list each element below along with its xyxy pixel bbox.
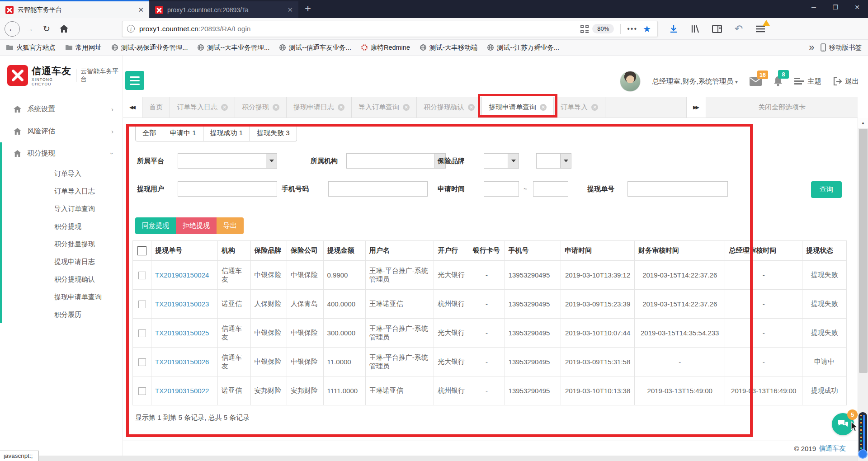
user-avatar[interactable] [620, 71, 641, 92]
close-all-tabs-button[interactable]: 关闭全部选项卡 [706, 97, 858, 118]
bookmark-item[interactable]: 康特Redmine [361, 43, 410, 52]
sidebar-item-collapsed[interactable]: 系统设置› [0, 98, 123, 120]
minimize-button[interactable]: ─ [803, 0, 825, 14]
sidebar-subitem[interactable]: 积分履历 [0, 306, 123, 323]
row-checkbox[interactable] [138, 358, 146, 366]
workspace-tab[interactable]: 积分提现✕ [235, 97, 287, 118]
status-filter-button-1[interactable]: 申请中 1 [163, 124, 203, 141]
app-logo[interactable]: 信通车友 XINTONG CHEYOU 云智能车务平台 [0, 56, 123, 86]
sidebar-subitem[interactable]: 提现申请日志 [0, 253, 123, 270]
workspace-tab-active[interactable]: 提现申请单查询✕ [482, 97, 554, 118]
tab-close-icon[interactable]: ✕ [338, 104, 344, 111]
approve-withdraw-button[interactable]: 同意提现 [135, 217, 176, 234]
phone-input[interactable] [328, 181, 428, 197]
tab-close-icon[interactable]: ✕ [403, 104, 410, 111]
app-menu-icon[interactable] [755, 23, 766, 35]
library-icon[interactable] [689, 23, 701, 35]
bookmark-item[interactable]: 测试--江苏万舜业务... [487, 43, 559, 52]
tab-close-icon[interactable]: ✕ [591, 104, 598, 111]
row-checkbox[interactable] [138, 329, 146, 337]
tab-close-icon[interactable]: ✕ [138, 6, 144, 14]
row-checkbox[interactable] [138, 387, 146, 395]
bookmark-item[interactable]: 测试-天丰移动端 [420, 43, 477, 52]
notifications-button[interactable]: 8 [774, 76, 783, 86]
sidebar-toggle-icon[interactable] [711, 23, 723, 35]
tab-close-icon[interactable]: ✕ [468, 104, 475, 111]
brand-select-2[interactable] [536, 153, 571, 169]
browser-tab-inactive[interactable]: proxy1.countnet.cn:20893/Ta ✕ [149, 1, 298, 18]
maximize-button[interactable]: ❐ [825, 0, 846, 14]
new-tab-button[interactable]: + [305, 2, 311, 15]
withdraw-no-link[interactable]: TX201903150022 [155, 387, 209, 395]
reject-withdraw-button[interactable]: 拒绝提现 [176, 217, 217, 234]
messages-button[interactable]: 16 [750, 77, 762, 86]
home-icon[interactable] [56, 21, 71, 37]
bookmark-item[interactable]: 常用网址 [66, 43, 102, 52]
scrollbar-up-arrow[interactable]: ▲ [858, 118, 868, 128]
zoom-level-badge[interactable]: 80% [592, 24, 614, 33]
sidebar-collapse-button[interactable] [125, 71, 144, 90]
workspace-tab[interactable]: 订单导入✕ [554, 97, 605, 118]
mobile-bookmarks-item[interactable]: 移动版书签 [821, 43, 862, 52]
page-actions-icon[interactable]: ••• [627, 25, 637, 33]
workspace-tab[interactable]: 积分提现确认✕ [417, 97, 482, 118]
logout-button[interactable]: 退出 [833, 77, 859, 86]
workspace-tab[interactable]: 首页 [142, 97, 170, 118]
qr-code-icon[interactable] [580, 25, 589, 33]
withdraw-no-link[interactable]: TX201903150025 [155, 329, 209, 337]
chevron-right-double-icon[interactable]: » [809, 42, 813, 53]
theme-button[interactable]: 主题 [794, 77, 821, 86]
vertical-scrollbar[interactable]: ▲ [858, 118, 868, 461]
bookmark-star-icon[interactable]: ★ [643, 24, 651, 34]
select-all-checkbox[interactable] [137, 246, 146, 255]
tab-close-icon[interactable]: ✕ [221, 104, 228, 111]
forward-icon[interactable]: → [22, 21, 37, 37]
withdraw-no-link[interactable]: TX201903150026 [155, 358, 209, 366]
undo-icon[interactable]: ↶ [733, 23, 745, 35]
withdraw-user-input[interactable] [178, 181, 277, 197]
status-filter-button-0[interactable]: 全部 [135, 124, 163, 141]
download-icon[interactable] [668, 23, 679, 35]
apply-time-end-input[interactable] [533, 181, 568, 197]
sidebar-subitem[interactable]: 订单导入日志 [0, 182, 123, 200]
status-filter-button-3[interactable]: 提现失败 3 [250, 124, 297, 141]
reload-icon[interactable]: ↻ [39, 21, 54, 37]
export-button[interactable]: 导出 [217, 217, 244, 234]
sidebar-item-collapsed[interactable]: 风险评估› [0, 120, 123, 142]
tabs-scroll-left-button[interactable]: ◀◀ [123, 97, 142, 118]
back-icon[interactable]: ← [5, 21, 20, 37]
sidebar-subitem[interactable]: 订单导入 [0, 165, 123, 182]
scrollbar-thumb[interactable] [859, 129, 868, 373]
sidebar-subitem[interactable]: 导入订单查询 [0, 200, 123, 217]
bookmark-item[interactable]: 火狐官方站点 [6, 43, 56, 52]
workspace-tab[interactable]: 订单导入日志✕ [170, 97, 235, 118]
sidebar-item-expanded[interactable]: 积分提现› [0, 142, 123, 165]
workspace-tab[interactable]: 导入订单查询✕ [352, 97, 417, 118]
url-bar[interactable]: i proxy1.countnet.cn:20893/RA/Login 80% … [122, 21, 658, 37]
sidebar-subitem[interactable]: 积分提现 [0, 217, 123, 235]
tab-close-icon[interactable]: ✕ [273, 104, 279, 111]
apply-time-start-input[interactable] [484, 181, 519, 197]
sidebar-subitem[interactable]: 积分提现确认 [0, 270, 123, 288]
withdraw-no-link[interactable]: TX201903150024 [155, 271, 209, 279]
tabs-scroll-right-button[interactable]: ▶▶ [686, 97, 706, 118]
row-checkbox[interactable] [138, 272, 146, 279]
sidebar-subitem[interactable]: 积分批量提现 [0, 235, 123, 253]
search-button[interactable]: 查询 [811, 181, 842, 198]
withdraw-no-link[interactable]: TX201903150023 [155, 300, 209, 308]
bookmark-item[interactable]: 测试--信通车友业务... [279, 43, 351, 52]
brand-select-1[interactable] [484, 153, 519, 169]
bookmark-item[interactable]: 测试-易保通业务管理... [112, 43, 188, 52]
browser-tab-active[interactable]: 云智能车务平台 ✕ [0, 1, 149, 18]
tab-close-icon[interactable]: ✕ [287, 6, 293, 14]
status-filter-button-2[interactable]: 提现成功 1 [203, 124, 250, 141]
site-info-icon[interactable]: i [127, 25, 135, 33]
url-text[interactable]: proxy1.countnet.cn:20893/RA/Login [139, 25, 580, 33]
footer-brand-link[interactable]: 信通车友 [819, 444, 846, 453]
order-no-input[interactable] [627, 181, 728, 197]
platform-select[interactable] [178, 153, 277, 169]
sidebar-subitem[interactable]: 提现申请单查询 [0, 288, 123, 306]
user-roles-dropdown[interactable]: 总经理室,财务,系统管理员▾ [652, 77, 738, 86]
org-select[interactable] [346, 153, 446, 169]
close-button[interactable]: ✕ [846, 0, 868, 14]
